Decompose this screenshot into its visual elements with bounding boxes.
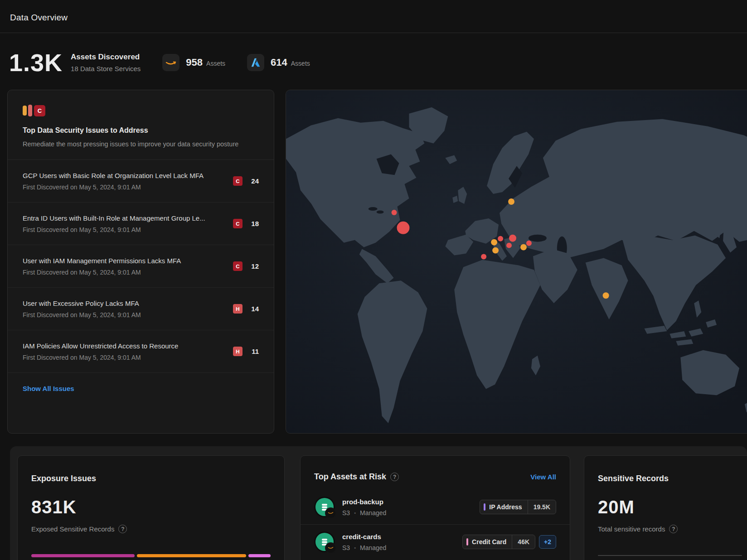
sensitive-records-bar <box>598 555 742 556</box>
exposure-issues-label: Exposed Sensitive Records <box>31 525 114 533</box>
asset-row[interactable]: prod-backup S3 • Managed IP Address <box>301 490 570 524</box>
data-store-services-label: 18 Data Store Services <box>71 65 141 72</box>
assets-list: prod-backup S3 • Managed IP Address <box>301 490 570 559</box>
asset-status: Managed <box>360 509 386 517</box>
assets-discovered-label: Assets Discovered <box>71 53 141 62</box>
asset-status: Managed <box>360 544 386 551</box>
sensitive-records-value: 20M <box>598 497 742 517</box>
exposure-breakdown-bar <box>31 554 271 557</box>
header-divider <box>0 33 747 33</box>
top-assets-card: Top Assets at Risk ? View All <box>300 455 570 560</box>
sensitive-records-card: Sensitive Records 20M Total sensitive re… <box>584 455 747 560</box>
issue-text: User with IAM Management Permissions Lac… <box>23 257 233 276</box>
top-issues-title: Top Data Security Issues to Address <box>23 126 259 135</box>
datastore-icon <box>314 531 335 552</box>
exposure-bar-segment <box>31 554 135 557</box>
data-class-label: Credit Card <box>472 538 506 546</box>
map-marker[interactable] <box>481 254 486 260</box>
aws-icon <box>162 54 179 71</box>
exposure-bar-segment <box>248 554 271 557</box>
aws-provider-stat: 958 Assets <box>162 54 225 71</box>
map-marker[interactable] <box>508 198 514 205</box>
aws-asset-count: 958 <box>186 57 203 68</box>
azure-icon <box>247 54 264 71</box>
world-map <box>286 90 747 433</box>
azure-asset-unit: Assets <box>291 60 310 67</box>
issue-row[interactable]: IAM Policies Allow Unrestricted Access t… <box>8 330 274 373</box>
data-class-accent <box>484 503 485 511</box>
issue-row[interactable]: User with Excessive Policy Lacks MFA Fir… <box>8 288 274 330</box>
issue-count: 24 <box>243 177 259 185</box>
map-marker[interactable] <box>392 210 397 215</box>
issue-discovered-date: First Discovered on May 5, 2024, 9:01 AM <box>23 226 228 233</box>
severity-badge: C <box>233 176 243 186</box>
issue-title: Entra ID Users with Built-In Role at Man… <box>23 214 228 222</box>
map-marker[interactable] <box>498 236 503 241</box>
view-all-link[interactable]: View All <box>530 473 556 481</box>
data-class-chip[interactable]: Credit Card 46K <box>462 535 535 549</box>
more-classes-chip[interactable]: +2 <box>539 535 556 549</box>
sensitive-records-label: Total sensitive records <box>598 525 665 533</box>
help-icon[interactable]: ? <box>390 473 399 481</box>
map-marker[interactable] <box>603 292 609 299</box>
issue-count: 11 <box>243 348 259 355</box>
issues-footer: Show All Issues <box>8 373 274 405</box>
asset-row[interactable]: credit-cards S3 • Managed Credit Card <box>301 524 570 559</box>
severity-stack-icon: C <box>23 105 259 116</box>
data-class-accent <box>466 538 468 546</box>
asset-service: S3 <box>342 544 350 551</box>
world-map-panel <box>286 90 747 434</box>
map-marker[interactable] <box>526 241 532 246</box>
data-class-count: 46K <box>512 535 535 549</box>
top-assets-title: Top Assets at Risk <box>314 472 386 482</box>
help-icon[interactable]: ? <box>118 525 127 533</box>
map-marker[interactable] <box>492 247 499 254</box>
issues-list: GCP Users with Basic Role at Organizatio… <box>8 159 274 373</box>
data-class-chip[interactable]: IP Address 19.5K <box>480 500 556 514</box>
issue-row[interactable]: User with IAM Management Permissions Lac… <box>8 245 274 288</box>
summary-stats: 1.3K Assets Discovered 18 Data Store Ser… <box>9 46 310 79</box>
sensitive-records-title: Sensitive Records <box>598 474 742 483</box>
exposure-issues-value: 831K <box>31 497 271 517</box>
datastore-icon <box>314 497 335 517</box>
aws-mini-badge-icon <box>325 542 336 554</box>
issue-title: IAM Policies Allow Unrestricted Access t… <box>23 342 228 350</box>
severity-stack-bar-orange <box>23 106 27 116</box>
asset-name: prod-backup <box>342 498 386 506</box>
aws-asset-unit: Assets <box>206 60 225 67</box>
issue-count: 14 <box>243 305 259 313</box>
top-issues-header: C Top Data Security Issues to Address Re… <box>8 90 274 159</box>
asset-service: S3 <box>342 509 350 517</box>
issue-discovered-date: First Discovered on May 5, 2024, 9:01 AM <box>23 311 228 319</box>
bottom-metrics-container: Exposure Issues 831K Exposed Sensitive R… <box>10 446 747 560</box>
issue-title: GCP Users with Basic Role at Organizatio… <box>23 172 228 179</box>
issue-title: User with IAM Management Permissions Lac… <box>23 257 228 265</box>
map-marker[interactable] <box>520 244 527 251</box>
help-icon[interactable]: ? <box>669 525 678 533</box>
dot-separator: • <box>354 510 356 516</box>
map-marker[interactable] <box>506 243 512 248</box>
show-all-issues-link[interactable]: Show All Issues <box>23 385 74 392</box>
issue-row[interactable]: GCP Users with Basic Role at Organizatio… <box>8 160 274 203</box>
dot-separator: • <box>354 545 356 550</box>
page-title: Data Overview <box>10 13 68 23</box>
issue-row[interactable]: Entra ID Users with Built-In Role at Man… <box>8 203 274 245</box>
severity-stack-bar-red <box>28 105 32 116</box>
map-marker[interactable] <box>397 222 410 234</box>
issue-title: User with Excessive Policy Lacks MFA <box>23 299 228 307</box>
data-class-count: 19.5K <box>528 500 556 514</box>
issue-discovered-date: First Discovered on May 5, 2024, 9:01 AM <box>23 269 228 276</box>
issue-count: 18 <box>243 220 259 227</box>
assets-discovered-count: 1.3K <box>9 50 63 75</box>
map-marker[interactable] <box>509 235 516 242</box>
top-issues-panel: C Top Data Security Issues to Address Re… <box>7 90 274 434</box>
issue-discovered-date: First Discovered on May 5, 2024, 9:01 AM <box>23 354 228 361</box>
map-marker[interactable] <box>491 239 497 246</box>
severity-badge: C <box>233 261 243 271</box>
severity-badge: C <box>233 219 243 228</box>
azure-asset-count: 614 <box>271 57 287 68</box>
exposure-issues-card: Exposure Issues 831K Exposed Sensitive R… <box>17 455 285 560</box>
asset-name: credit-cards <box>342 533 386 541</box>
exposure-issues-title: Exposure Issues <box>31 474 271 483</box>
top-issues-subtitle: Remediate the most pressing issues to im… <box>23 140 259 148</box>
